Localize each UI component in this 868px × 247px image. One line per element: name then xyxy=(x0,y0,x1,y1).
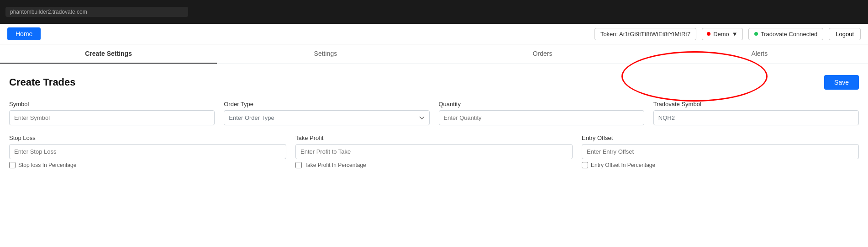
take-profit-percentage-checkbox[interactable] xyxy=(295,162,302,168)
home-button[interactable]: Home xyxy=(7,27,41,40)
demo-label: Demo xyxy=(713,31,729,38)
stop-loss-label: Stop Loss xyxy=(9,134,286,141)
symbol-group: Symbol xyxy=(9,101,215,125)
demo-dropdown[interactable]: Demo ▼ xyxy=(702,28,743,40)
tab-orders[interactable]: Orders xyxy=(434,44,651,64)
stop-loss-percentage-label[interactable]: Stop loss In Percentage xyxy=(9,162,286,168)
entry-offset-percentage-checkbox[interactable] xyxy=(582,162,588,168)
entry-offset-input[interactable] xyxy=(582,144,859,159)
tab-create-settings[interactable]: Create Settings xyxy=(0,44,217,64)
tradovate-symbol-group: Tradovate Symbol xyxy=(653,101,859,125)
take-profit-input[interactable] xyxy=(295,144,573,159)
tab-settings[interactable]: Settings xyxy=(217,44,434,64)
quantity-input[interactable] xyxy=(439,110,644,125)
save-button[interactable]: Save xyxy=(824,75,859,90)
entry-offset-label: Entry Offset xyxy=(582,134,859,141)
tradovate-symbol-label: Tradovate Symbol xyxy=(653,101,859,107)
logout-button[interactable]: Logout xyxy=(829,28,861,40)
take-profit-percentage-text: Take Profit In Percentage xyxy=(305,162,366,168)
take-profit-label: Take Profit xyxy=(295,134,573,141)
entry-offset-group: Entry Offset Entry Offset In Percentage xyxy=(582,134,859,168)
token-display: Token: At1tGt9tTt8tWtEt8tYtMtRt7 xyxy=(594,28,696,40)
form-row-2: Stop Loss Stop loss In Percentage Take P… xyxy=(9,134,859,168)
browser-bar: phantombuilder2.tradovate.com xyxy=(0,0,868,24)
page-header: Create Trades Save xyxy=(9,75,859,90)
header-right: Token: At1tGt9tTt8tWtEt8tYtMtRt7 Demo ▼ … xyxy=(594,28,861,40)
main-content: Create Trades Save Symbol Order Type Ent… xyxy=(0,64,868,188)
tradovate-symbol-input[interactable] xyxy=(653,110,859,125)
stop-loss-percentage-checkbox[interactable] xyxy=(9,162,16,168)
form-row-1: Symbol Order Type Enter Order Type Quant… xyxy=(9,101,859,125)
order-type-group: Order Type Enter Order Type xyxy=(224,101,429,125)
connected-label: Tradovate Connected xyxy=(761,31,818,38)
tradovate-connected-badge: Tradovate Connected xyxy=(748,28,824,40)
stop-loss-group: Stop Loss Stop loss In Percentage xyxy=(9,134,286,168)
tab-alerts[interactable]: Alerts xyxy=(651,44,868,64)
chevron-down-icon: ▼ xyxy=(732,31,738,38)
nav-tabs: Create Settings Settings Orders Alerts xyxy=(0,44,868,64)
order-type-label: Order Type xyxy=(224,101,429,107)
quantity-group: Quantity xyxy=(439,101,644,125)
stop-loss-input[interactable] xyxy=(9,144,286,159)
entry-offset-percentage-text: Entry Offset In Percentage xyxy=(591,162,655,168)
order-type-select[interactable]: Enter Order Type xyxy=(224,110,429,125)
quantity-label: Quantity xyxy=(439,101,644,107)
entry-offset-percentage-label[interactable]: Entry Offset In Percentage xyxy=(582,162,859,168)
take-profit-group: Take Profit Take Profit In Percentage xyxy=(295,134,573,168)
app-header: Home Token: At1tGt9tTt8tWtEt8tYtMtRt7 De… xyxy=(0,24,868,44)
take-profit-percentage-label[interactable]: Take Profit In Percentage xyxy=(295,162,573,168)
page-title: Create Trades xyxy=(9,76,76,88)
stop-loss-percentage-text: Stop loss In Percentage xyxy=(18,162,76,168)
symbol-input[interactable] xyxy=(9,110,215,125)
symbol-label: Symbol xyxy=(9,101,215,107)
demo-status-dot xyxy=(707,32,710,36)
browser-url: phantombuilder2.tradovate.com xyxy=(5,7,188,17)
connected-status-dot xyxy=(754,32,758,36)
